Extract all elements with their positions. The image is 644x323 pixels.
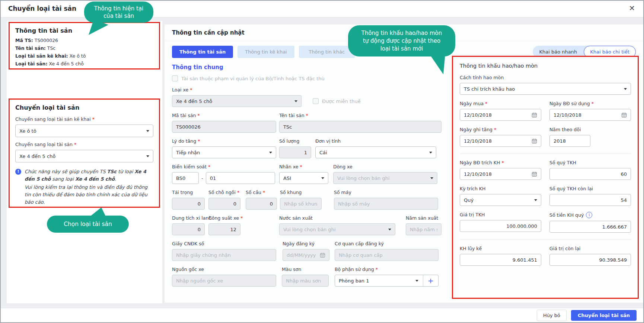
field-label: Nguồn gốc xe	[172, 267, 204, 272]
tab-thong-tin-ke-khai[interactable]: Thông tin kê khai	[237, 46, 294, 58]
nam-theo-doi-input	[549, 135, 590, 147]
tax-checkbox	[313, 98, 319, 104]
bien-so-prefix-input[interactable]	[172, 172, 199, 184]
asset-type-select[interactable]: Xe 4 đến 5 chỗ	[15, 150, 153, 162]
field-nguon-goc: Nguồn gốc xe	[172, 267, 276, 287]
field-so-cau: Số cầu*	[246, 190, 277, 210]
transfer-box-title: Chuyển loại tài sản	[15, 104, 153, 111]
nhan-xe-select[interactable]: ASI	[279, 172, 328, 184]
field-label: Ngày ghi tăng	[460, 127, 492, 132]
chevron-down-icon	[146, 155, 149, 157]
field-value: TSc	[47, 45, 55, 51]
so-khung-input	[280, 198, 322, 210]
asset-info-title: Thông tin tài sản	[15, 27, 153, 34]
cancel-button[interactable]: Hủy bỏ	[537, 310, 567, 321]
required-marker: *	[74, 142, 76, 147]
ly-do-tang-select[interactable]: Tiếp nhận	[172, 146, 276, 158]
selected-value: ASI	[283, 175, 291, 181]
ngay-mua-input[interactable]: 12/10/2018	[460, 109, 541, 121]
required-marker: *	[190, 87, 192, 93]
selected-value: Xe ô tô	[19, 128, 36, 134]
field-label: Số chỗ ngồi	[208, 190, 236, 195]
field-gia-tri-con-lai: Giá trị còn lại	[549, 246, 631, 266]
field-label: Giá trị còn lại	[549, 246, 580, 251]
selected-value: Xe 4 đến 5 chỗ	[19, 154, 55, 159]
placeholder-text: dd/MM/yyyy	[287, 252, 316, 258]
dialog-footer: Hủy bỏ Chuyển loại tài sản	[1, 308, 643, 322]
field-so-khung: Số khung	[280, 190, 322, 210]
panel-title: Thông tin cần cập nhật	[172, 29, 245, 36]
required-marker: *	[485, 101, 487, 106]
ky-trich-kh-select[interactable]: Quý	[460, 194, 541, 206]
field-label: Loại xe	[172, 87, 188, 93]
ngay-bd-su-dung-input[interactable]: 12/10/2018	[549, 109, 631, 121]
field-label: KH lũy kế	[460, 246, 482, 251]
add-department-button[interactable]: +	[423, 277, 438, 285]
field-co-quan-cap: Cơ quan cấp đăng ký	[335, 241, 439, 261]
info-icon: !	[15, 169, 21, 175]
field-value: TS000026	[35, 38, 58, 43]
field-ngay-dang-ky: Ngày đăng ký dd/MM/yyyy	[283, 241, 329, 261]
co-quan-cap-input	[335, 249, 439, 261]
tab-thong-tin-tai-san[interactable]: Thông tin tài sản	[172, 46, 233, 58]
field-so-quy-tkh-con-lai: Số quý TKH còn lại	[549, 186, 631, 206]
field-label: Công suất xe	[208, 215, 239, 221]
don-vi-tinh-select[interactable]: Cái	[315, 146, 436, 158]
dash-separator: -	[201, 175, 203, 181]
field-label: Số máy	[334, 190, 351, 195]
field-tai-trong: Tải trọng	[172, 190, 205, 210]
field-so-cho-ngoi: Số chỗ ngồi*	[208, 190, 240, 210]
field-giay-cndk: Giấy CNĐK số	[172, 241, 276, 261]
ten-tai-san-input	[279, 121, 441, 133]
transfer-note: ! Chức năng này sẽ giúp chuyển TS TSc từ…	[15, 168, 153, 206]
chevron-down-icon	[415, 280, 418, 282]
field-label: Năm theo dõi	[549, 127, 581, 132]
field-label: Giấy CNĐK số	[172, 241, 204, 246]
tax-checkbox-label: Được miễn thuế	[322, 98, 361, 104]
required-marker: *	[198, 113, 200, 118]
ma-tai-san-input	[172, 121, 276, 133]
close-icon[interactable]: ✕	[629, 4, 635, 13]
field-label: Tên tài sản	[279, 113, 305, 118]
field-ten-tai-san: Tên tài sản*	[279, 113, 441, 133]
declare-type-label: Chuyển sang loại tài sản kê khai*	[15, 116, 153, 122]
field-label: Cơ quan cấp đăng ký	[335, 241, 384, 246]
field-label: Đơn vị tính	[315, 138, 341, 144]
ngay-bd-trich-kh-input[interactable]: 12/10/2018	[460, 168, 541, 180]
transfer-type-box: Chuyển loại tài sản Chuyển sang loại tài…	[9, 98, 160, 208]
tax-checkbox-row: Được miễn thuế	[313, 95, 361, 107]
bo-phan-su-dung-select[interactable]: Phòng ban 1 +	[335, 275, 439, 287]
field-label: Biển kiểm soát	[172, 164, 207, 169]
tab-bar: Thông tin tài sản Thông tin kê khai Thôn…	[172, 46, 355, 58]
field-label: Ngày mua	[460, 101, 484, 106]
field-label: Ngày BĐ sử dụng	[549, 101, 590, 106]
so-cho-ngoi-input	[208, 198, 240, 210]
field-ngay-ghi-tang: Ngày ghi tăng* 12/10/2018	[460, 127, 541, 147]
so-quy-tkh-input	[549, 168, 631, 180]
chevron-down-icon	[430, 177, 433, 179]
required-marker: *	[494, 127, 496, 132]
bien-so-suffix-input[interactable]	[206, 172, 275, 184]
field-cong-suat: Công suất xe*	[208, 215, 240, 235]
mau-son-input	[282, 275, 329, 287]
asset-info-box: Thông tin tài sản Mã TS:TS000026 Tên tài…	[9, 22, 160, 70]
depreciation-panel: Thông tin khấu hao/hao mòn Cách tính hao…	[452, 56, 639, 299]
tab-thong-tin-khac[interactable]: Thông tin khác	[299, 46, 355, 58]
field-label: Số khung	[280, 190, 302, 195]
chevron-down-icon	[388, 229, 391, 230]
note-line-2: Vui lòng kiểm tra lại thông tin và điền …	[25, 184, 153, 206]
general-form: Loại xe* Xe 4 đến 5 chỗ Được miễn thuế M…	[172, 87, 441, 287]
field-label: Ngày BĐ trích KH	[460, 160, 500, 165]
submit-transfer-button[interactable]: Chuyển loại tài sản	[571, 310, 637, 321]
field-value: 12/10/2018	[464, 138, 492, 144]
selected-value: Xe 4 đến 5 chỗ	[176, 98, 212, 104]
field-nuoc-san-xuat: Nước sản xuất Vui lòng chọn bản ghi	[279, 215, 395, 235]
ngay-ghi-tang-input[interactable]: 12/10/2018	[460, 135, 541, 147]
field-label: Loại tài sản kê khai:	[15, 53, 68, 59]
cach-tinh-hao-mon-select[interactable]: TS chỉ trích khấu hao	[460, 83, 631, 95]
declare-type-select[interactable]: Xe ô tô	[15, 125, 153, 137]
required-marker: *	[592, 101, 594, 106]
dong-xe-select: Vui lòng chọn bản ghi	[333, 172, 437, 184]
mode-quick-button[interactable]: Khai báo nhanh	[533, 49, 584, 55]
field-label: Tên tài sản:	[15, 45, 46, 51]
